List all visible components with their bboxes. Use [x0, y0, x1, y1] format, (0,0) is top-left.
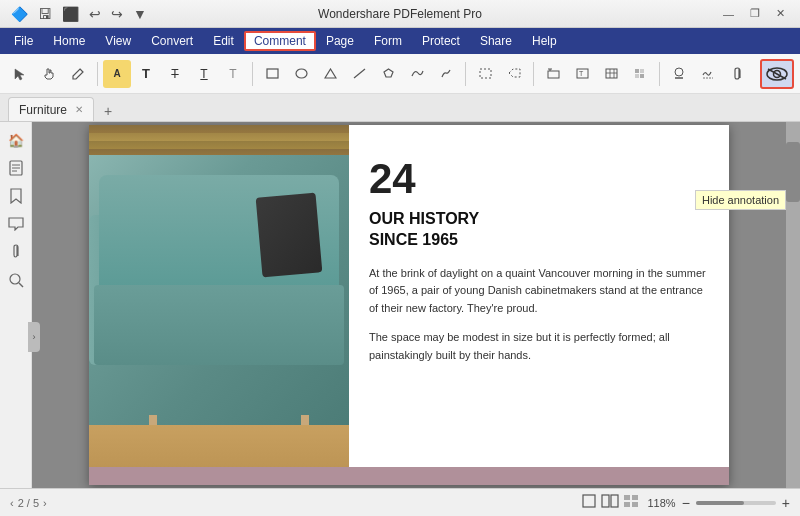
heading-line1: OUR HISTORY: [369, 210, 479, 227]
area-erase-tool[interactable]: [500, 60, 528, 88]
svg-rect-33: [632, 495, 638, 500]
content-area: 24 OUR HISTORY SINCE 1965 At the brink o…: [32, 122, 786, 488]
document-tab[interactable]: Furniture ✕: [8, 97, 94, 121]
menu-help[interactable]: Help: [522, 31, 567, 51]
sidebar-attachment-icon[interactable]: [4, 240, 28, 264]
pdf-page-number: 24: [369, 155, 709, 203]
area-select-tool[interactable]: [471, 60, 499, 88]
sofa-seat: [94, 285, 344, 365]
ellipse-tool[interactable]: [287, 60, 315, 88]
tab-label: Furniture: [19, 103, 67, 117]
polygon-tool[interactable]: [374, 60, 402, 88]
single-page-icon[interactable]: [581, 494, 597, 511]
zoom-fill: [696, 501, 744, 505]
menu-view[interactable]: View: [95, 31, 141, 51]
image-tool[interactable]: T: [568, 60, 596, 88]
cursor-tool[interactable]: [6, 60, 34, 88]
grid-tool[interactable]: [626, 60, 654, 88]
menu-edit[interactable]: Edit: [203, 31, 244, 51]
pdf-heading: OUR HISTORY SINCE 1965: [369, 209, 709, 251]
undo-icon[interactable]: ↩: [86, 4, 104, 24]
scroll-thumb[interactable]: [786, 142, 800, 202]
pdf-body-2: The space may be modest in size but it i…: [369, 329, 709, 364]
maximize-button[interactable]: ❐: [743, 5, 767, 22]
zoom-minus-button[interactable]: −: [682, 495, 690, 511]
title-bar-icons[interactable]: 🔷 🖫 ⬛ ↩ ↪ ▼: [8, 4, 150, 24]
menu-protect[interactable]: Protect: [412, 31, 470, 51]
rect-tool[interactable]: [258, 60, 286, 88]
sofa-cushion: [256, 193, 323, 278]
svg-rect-15: [635, 74, 639, 78]
zoom-plus-button[interactable]: +: [782, 495, 790, 511]
save-icon[interactable]: 🖫: [35, 4, 55, 24]
menu-share[interactable]: Share: [470, 31, 522, 51]
tab-close-button[interactable]: ✕: [75, 104, 83, 115]
menu-home[interactable]: Home: [43, 31, 95, 51]
toolbar: A T T T T: [0, 54, 800, 94]
menu-convert[interactable]: Convert: [141, 31, 203, 51]
menu-page[interactable]: Page: [316, 31, 364, 51]
two-page-icon[interactable]: [601, 494, 619, 511]
svg-rect-4: [548, 71, 559, 78]
title-bar: 🔷 🖫 ⬛ ↩ ↪ ▼ Wondershare PDFelement Pro —…: [0, 0, 800, 28]
thumbnail-icon[interactable]: [623, 494, 641, 511]
minimize-button[interactable]: —: [716, 6, 741, 22]
sidebar-comment-icon[interactable]: [4, 212, 28, 236]
text-t3[interactable]: T: [190, 60, 218, 88]
text-insert-tool[interactable]: [539, 60, 567, 88]
save2-icon[interactable]: ⬛: [59, 4, 82, 24]
table-tool[interactable]: [597, 60, 625, 88]
status-bar: ‹ 2 / 5 › 118% − +: [0, 488, 800, 516]
insert-tools: T: [539, 60, 654, 88]
hide-annotation-button[interactable]: [760, 59, 794, 89]
attach-tool[interactable]: [723, 60, 751, 88]
svg-rect-31: [611, 495, 618, 507]
area-tools: [471, 60, 528, 88]
sidebar-bookmark-icon[interactable]: [4, 184, 28, 208]
main-area: 🏠 ›: [0, 122, 800, 488]
curve-tool[interactable]: [403, 60, 431, 88]
pdf-text-section: 24 OUR HISTORY SINCE 1965 At the brink o…: [349, 125, 729, 485]
menu-form[interactable]: Form: [364, 31, 412, 51]
close-button[interactable]: ✕: [769, 5, 792, 22]
sign-tool[interactable]: [694, 60, 722, 88]
sofa-image: [89, 155, 349, 455]
dropdown-icon[interactable]: ▼: [130, 4, 150, 24]
stamp-tools: [665, 60, 751, 88]
svg-point-17: [675, 68, 683, 76]
svg-rect-32: [624, 495, 630, 500]
sidebar-collapse-arrow[interactable]: ›: [28, 322, 40, 352]
sidebar-pages-icon[interactable]: [4, 156, 28, 180]
line-tool[interactable]: [345, 60, 373, 88]
menu-comment[interactable]: Comment: [244, 31, 316, 51]
sidebar-home-icon[interactable]: 🏠: [4, 128, 28, 152]
menu-file[interactable]: File: [4, 31, 43, 51]
next-page-button[interactable]: ›: [43, 497, 47, 509]
svg-rect-9: [606, 69, 617, 78]
hand-tool[interactable]: [35, 60, 63, 88]
view-icons: [581, 494, 641, 511]
sidebar-search-icon[interactable]: [4, 268, 28, 292]
svg-rect-35: [632, 502, 638, 507]
redo-icon[interactable]: ↪: [108, 4, 126, 24]
pencil-tool[interactable]: [432, 60, 460, 88]
stamp-tool[interactable]: [665, 60, 693, 88]
svg-rect-34: [624, 502, 630, 507]
add-tab-button[interactable]: +: [98, 101, 118, 121]
text-t1[interactable]: T: [132, 60, 160, 88]
svg-point-27: [10, 274, 20, 284]
window-controls[interactable]: — ❐ ✕: [716, 5, 792, 22]
svg-line-28: [19, 283, 23, 287]
edit-tool[interactable]: [64, 60, 92, 88]
text-t2[interactable]: T: [161, 60, 189, 88]
text-t4[interactable]: T: [219, 60, 247, 88]
page-info: 2 / 5: [18, 497, 39, 509]
selection-tools: [6, 60, 92, 88]
highlight-tool[interactable]: A: [103, 60, 131, 88]
prev-page-button[interactable]: ‹: [10, 497, 14, 509]
zoom-slider[interactable]: [696, 501, 776, 505]
right-scrollbar[interactable]: [786, 122, 800, 488]
svg-point-1: [296, 69, 307, 78]
triangle-tool[interactable]: [316, 60, 344, 88]
sep5: [659, 62, 660, 86]
